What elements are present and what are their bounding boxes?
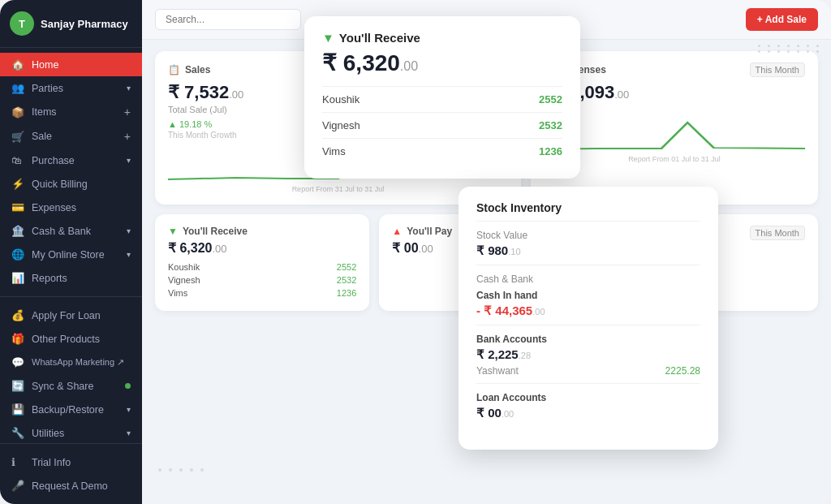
receivers-list: Koushik2552 Vignesh2532 Vims1236 (168, 261, 356, 299)
popup-receiver-row-3: Vims 1236 (322, 138, 562, 164)
sidebar-item-parties[interactable]: 👥 Parties ▾ (0, 76, 142, 100)
parties-icon: 👥 (11, 82, 24, 94)
plus-icon: + (124, 106, 131, 118)
sidebar-item-label: Reports (32, 273, 67, 284)
sidebar-item-sale[interactable]: 🛒 Sale + (0, 124, 142, 149)
sidebar: T Sanjay Pharmacy 🏠 Home 👥 Parties ▾ 📦 I… (0, 0, 142, 504)
sidebar-item-label: Request A Demo (32, 480, 108, 492)
sidebar-item-cash-bank[interactable]: 🏦 Cash & Bank ▾ (0, 219, 142, 243)
home-icon: 🏠 (11, 58, 24, 71)
chevron-down-icon: ▾ (127, 405, 131, 414)
purchase-icon: 🛍 (11, 154, 24, 166)
sidebar-nav: 🏠 Home 👥 Parties ▾ 📦 Items + 🛒 Sale + 🛍 … (0, 48, 142, 443)
sidebar-item-label: Sale (32, 131, 52, 142)
sidebar-item-items[interactable]: 📦 Items + (0, 100, 142, 124)
bank-accounts-label: Bank Accounts (476, 334, 700, 345)
sidebar-footer: ℹ Trial Info 🎤 Request A Demo (0, 443, 142, 504)
chevron-down-icon: ▾ (127, 429, 131, 437)
receive-card-title: ▼ You'll Receive (168, 226, 356, 237)
loan-accounts-section: Loan Accounts ₹ 00.00 (476, 392, 700, 427)
popup-receiver-row-1: Koushik 2552 (322, 86, 562, 112)
sale-icon: 🛒 (11, 131, 24, 143)
stock-inventory-title: Stock Inventory (476, 201, 700, 222)
sidebar-item-label: Backup/Restore (32, 404, 104, 416)
utilities-icon: 🔧 (11, 427, 24, 439)
status-dot (125, 383, 131, 389)
expenses-icon: 💳 (11, 201, 24, 213)
demo-icon: 🎤 (11, 480, 24, 492)
sidebar-item-expenses[interactable]: 💳 Expenses (0, 196, 142, 219)
reports-icon: 📊 (11, 272, 24, 284)
products-icon: 🎁 (11, 333, 24, 345)
sidebar-item-label: Purchase (32, 155, 75, 166)
sidebar-item-label: Utilities (32, 428, 64, 439)
store-icon: 🌐 (11, 248, 24, 261)
purchase-period-badge[interactable]: This Month (750, 226, 805, 240)
sidebar-item-label: Other Products (32, 334, 100, 345)
popup-receiver-row-2: Vignesh 2532 (322, 112, 562, 138)
cash-bank-section: Cash & Bank Cash In hand - ₹ 44,365.00 (476, 274, 700, 325)
receiver-row: Vignesh2532 (168, 274, 356, 286)
chevron-down-icon: ▾ (127, 84, 131, 93)
sidebar-item-reports[interactable]: 📊 Reports (0, 266, 142, 290)
sidebar-item-label: Quick Billing (32, 179, 88, 190)
cash-bank-label: Cash & Bank (476, 274, 700, 285)
expenses-amount: ₹ 45,093.00 (544, 82, 805, 103)
sidebar-item-label: Items (32, 106, 57, 118)
items-icon: 📦 (11, 106, 24, 118)
bank-accounts-value: ₹ 2,225.28 (476, 347, 700, 362)
bank-detail-row: Yashwant 2225.28 (476, 365, 700, 377)
pharmacy-name: Sanjay Pharmacy (41, 18, 128, 30)
whatsapp-icon: 💬 (11, 356, 24, 368)
popup-receive-amount: ₹ 6,320.00 (322, 50, 562, 76)
sidebar-item-demo[interactable]: 🎤 Request A Demo (0, 474, 142, 498)
sidebar-item-whatsapp[interactable]: 💬 WhatsApp Marketing ↗ (0, 351, 142, 374)
sales-chart-label: Report From 31 Jul to 31 Jul (168, 185, 508, 193)
info-icon: ℹ (11, 456, 24, 468)
sidebar-item-label: My Online Store (32, 249, 105, 261)
stock-value-amount: ₹ 980.10 (476, 243, 700, 258)
sync-icon: 🔄 (11, 380, 24, 392)
receiver-row: Koushik2552 (168, 261, 356, 274)
sidebar-item-label: WhatsApp Marketing ↗ (32, 357, 124, 368)
popup-stock-card: Stock Inventory Stock Value ₹ 980.10 Cas… (459, 187, 718, 450)
loan-icon: 💰 (11, 309, 24, 321)
arrow-down-icon: ▼ (322, 31, 334, 45)
sidebar-item-label: Trial Info (32, 457, 71, 468)
backup-icon: 💾 (11, 403, 24, 416)
sidebar-item-label: Apply For Loan (32, 310, 101, 321)
sidebar-logo[interactable]: T Sanjay Pharmacy (0, 0, 142, 48)
sidebar-item-loan[interactable]: 💰 Apply For Loan (0, 304, 142, 327)
main-content: + Add Sale 📋 Sales This Month ₹ 7,532.0 (142, 0, 831, 504)
popup-receive-title: ▼ You'll Receive (322, 31, 562, 45)
quick-billing-icon: ⚡ (11, 178, 24, 190)
loan-accounts-value: ₹ 00.00 (476, 406, 700, 420)
sidebar-item-purchase[interactable]: 🛍 Purchase ▾ (0, 149, 142, 172)
sidebar-item-utilities[interactable]: 🔧 Utilities ▾ (0, 421, 142, 443)
plus-icon: + (124, 130, 131, 143)
expenses-period-badge[interactable]: This Month (750, 62, 805, 77)
receive-amount: ₹ 6,320.00 (168, 240, 356, 256)
sidebar-item-other-products[interactable]: 🎁 Other Products (0, 327, 142, 351)
search-input[interactable] (155, 9, 301, 30)
expenses-chart (544, 113, 805, 153)
sidebar-item-home[interactable]: 🏠 Home (0, 53, 142, 76)
sidebar-item-label: Parties (32, 83, 63, 94)
sidebar-item-label: Home (32, 59, 58, 71)
chevron-down-icon: ▾ (127, 226, 131, 235)
chevron-down-icon: ▾ (127, 250, 131, 259)
sidebar-item-sync[interactable]: 🔄 Sync & Share (0, 374, 142, 398)
receive-card: ▼ You'll Receive ₹ 6,320.00 Koushik2552 … (155, 214, 369, 311)
bank-accounts-section: Bank Accounts ₹ 2,225.28 Yashwant 2225.2… (476, 334, 700, 384)
cash-in-hand-label: Cash In hand (476, 290, 700, 301)
add-sale-button[interactable]: + Add Sale (746, 8, 818, 31)
sidebar-item-online-store[interactable]: 🌐 My Online Store ▾ (0, 243, 142, 266)
cash-bank-icon: 🏦 (11, 225, 24, 237)
sidebar-item-backup[interactable]: 💾 Backup/Restore ▾ (0, 398, 142, 421)
sidebar-item-trial[interactable]: ℹ Trial Info (0, 450, 142, 474)
sidebar-item-label: Cash & Bank (32, 226, 91, 237)
logo-icon: T (10, 11, 34, 36)
sidebar-item-label: Expenses (32, 202, 76, 213)
sidebar-item-quick-billing[interactable]: ⚡ Quick Billing (0, 172, 142, 196)
stock-value-section: Stock Value ₹ 980.10 (476, 230, 700, 265)
